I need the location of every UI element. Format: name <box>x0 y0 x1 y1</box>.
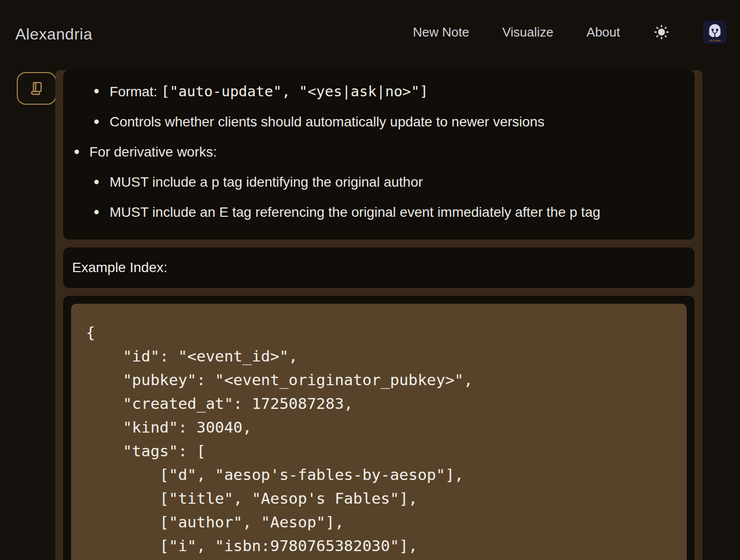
list-item-format: Format: ["auto-update", "<yes|ask|no>"] <box>63 84 680 99</box>
header: Alexandria New Note Visualize About <box>0 0 740 49</box>
document-scroll-area: Format: ["auto-update", "<yes|ask|no>"] … <box>55 70 702 560</box>
example-index-label: Example Index: <box>72 260 686 276</box>
sun-icon <box>654 24 669 40</box>
app-title: Alexandria <box>15 25 92 43</box>
logo-caption-text: GitCitadel <box>709 39 721 42</box>
nav-item-about[interactable]: About <box>586 25 620 40</box>
list-item-derivative-works: For derivative works: <box>63 145 680 160</box>
list-item-text: Format: <box>110 84 161 99</box>
theme-toggle-button[interactable] <box>653 24 670 40</box>
doc-bullet-section: Format: ["auto-update", "<yes|ask|no>"] … <box>63 70 695 240</box>
gitcitadel-logo[interactable]: GitCitadel <box>703 20 727 44</box>
inline-code: ["auto-update", "<yes|ask|no>"] <box>161 83 428 100</box>
nav-item-visualize[interactable]: Visualize <box>502 25 553 40</box>
json-code-block: { "id": "<event_id>", "pubkey": "<event_… <box>71 304 687 560</box>
main-nav: New Note Visualize About <box>413 20 727 44</box>
list-item-controls: Controls whether clients should automati… <box>63 115 680 129</box>
list-item-must-e-tag: MUST include an E tag referencing the or… <box>63 205 680 220</box>
code-card: { "id": "<event_id>", "pubkey": "<event_… <box>63 296 695 560</box>
list-item-must-p-tag: MUST include a p tag identifying the ori… <box>63 175 680 190</box>
sidebar-toggle-button[interactable] <box>17 72 56 105</box>
example-index-section: Example Index: <box>63 247 695 288</box>
book-icon <box>29 80 44 96</box>
nav-item-new-note[interactable]: New Note <box>413 25 469 40</box>
